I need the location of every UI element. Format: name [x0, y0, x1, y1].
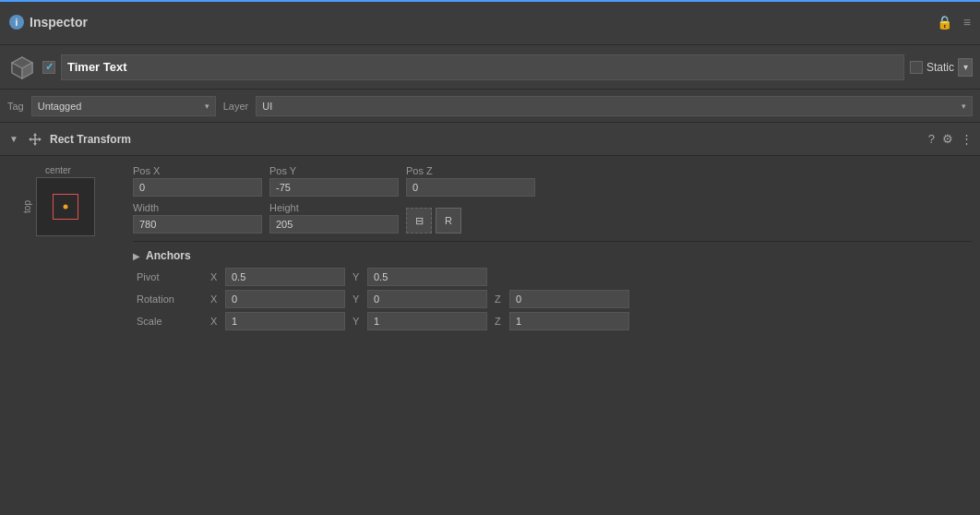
pivot-x-axis-label: X: [210, 271, 221, 282]
fields-area: Pos X Pos Y Pos Z Width: [133, 165, 973, 334]
pos-x-input[interactable]: [133, 178, 262, 197]
height-label: Height: [269, 202, 399, 213]
anchor-dot: [63, 205, 67, 210]
rotation-x-group: X: [210, 290, 345, 308]
tag-dropdown-arrow: ▾: [205, 102, 209, 111]
r-button-area: ⊟ R: [406, 208, 461, 234]
inspector-header: i Inspector 🔒 ≡: [0, 0, 980, 45]
anchors-section: ▶ Anchors Pivot X Y: [133, 241, 973, 330]
scale-y-axis-label: Y: [353, 316, 364, 327]
component-actions: ? ⚙ ⋮: [928, 132, 973, 146]
lock-icon[interactable]: 🔒: [937, 15, 952, 30]
blueprint-button[interactable]: ⊟: [406, 208, 432, 234]
svg-marker-9: [33, 143, 37, 146]
layer-label: Layer: [223, 101, 249, 112]
gameobject-name-input[interactable]: [61, 54, 904, 80]
scale-z-axis-label: Z: [495, 316, 506, 327]
height-group: Height: [269, 202, 399, 234]
info-icon: i: [9, 15, 24, 30]
anchor-top-label: center: [45, 165, 71, 175]
gameobject-cube-icon: [7, 53, 37, 82]
pivot-y-axis-label: Y: [353, 271, 364, 282]
wh-row: Width Height ⊟ R: [133, 202, 973, 234]
tag-label: Tag: [7, 101, 24, 112]
pivot-x-group: X: [210, 268, 345, 286]
pos-x-label: Pos X: [133, 165, 262, 176]
rotation-label: Rotation: [137, 293, 210, 305]
svg-marker-10: [29, 138, 31, 141]
rect-transform-header: ▼ Rect Transform ? ⚙ ⋮: [0, 123, 980, 156]
static-dropdown-button[interactable]: ▾: [958, 58, 973, 77]
pivot-x-input[interactable]: [225, 268, 345, 286]
pos-z-group: Pos Z: [406, 165, 535, 197]
scale-row: Scale X Y Z: [133, 312, 973, 330]
pos-y-label: Pos Y: [269, 165, 399, 176]
menu-icon[interactable]: ≡: [963, 15, 971, 30]
cube-svg: [9, 54, 35, 80]
more-button[interactable]: ⋮: [961, 132, 973, 146]
svg-marker-8: [33, 133, 37, 136]
rotation-x-axis-label: X: [210, 293, 221, 305]
tag-layer-row: Tag Untagged ▾ Layer UI ▾: [0, 90, 980, 123]
pos-x-group: Pos X: [133, 165, 262, 197]
scale-y-group: Y: [353, 312, 487, 330]
gameobject-active-checkbox[interactable]: ✓: [42, 61, 55, 74]
rotation-y-group: Y: [353, 290, 487, 308]
pos-z-input[interactable]: [406, 178, 535, 197]
static-container: Static ▾: [910, 58, 973, 77]
width-group: Width: [133, 202, 262, 234]
gameobject-row: ✓ Static ▾: [0, 45, 980, 90]
rect-transform-title: Rect Transform: [50, 133, 921, 146]
scale-x-group: X: [210, 312, 345, 330]
pos-y-group: Pos Y: [269, 165, 399, 197]
scale-z-input[interactable]: [509, 312, 629, 330]
layer-dropdown[interactable]: UI ▾: [256, 96, 973, 116]
rotation-y-input[interactable]: [367, 290, 487, 308]
scale-label: Scale: [137, 316, 210, 327]
width-input[interactable]: [133, 215, 262, 234]
anchor-box[interactable]: [36, 177, 95, 236]
rotation-z-axis-label: Z: [495, 293, 506, 305]
pos-y-input[interactable]: [269, 178, 399, 197]
pos-row: Pos X Pos Y Pos Z: [133, 165, 973, 197]
anchor-visual-row: top: [22, 177, 95, 236]
rotation-x-input[interactable]: [225, 290, 345, 308]
anchors-collapse-button[interactable]: ▶: [133, 251, 140, 261]
width-label: Width: [133, 202, 262, 213]
r-button[interactable]: R: [436, 208, 461, 234]
anchors-title: Anchors: [146, 249, 191, 262]
settings-button[interactable]: ⚙: [942, 132, 953, 146]
collapse-button[interactable]: ▼: [7, 133, 20, 146]
anchors-row: ▶ Anchors: [133, 249, 973, 262]
checkbox-check: ✓: [45, 61, 54, 73]
scale-x-input[interactable]: [225, 312, 345, 330]
static-label: Static: [926, 61, 954, 74]
inspector-panel: i Inspector 🔒 ≡ ✓ Static: [0, 0, 980, 515]
pivot-y-input[interactable]: [367, 268, 487, 286]
pivot-row: Pivot X Y: [133, 268, 973, 286]
static-checkbox[interactable]: [910, 61, 923, 74]
anchor-widget: center top: [7, 165, 109, 236]
scale-z-group: Z: [495, 312, 629, 330]
height-input[interactable]: [269, 215, 399, 234]
rect-transform-content: center top Pos X: [7, 165, 973, 334]
svg-marker-11: [39, 138, 42, 141]
pivot-label: Pivot: [137, 271, 210, 282]
rotation-z-group: Z: [495, 290, 629, 308]
pos-z-label: Pos Z: [406, 165, 535, 176]
scale-x-axis-label: X: [210, 316, 221, 327]
help-button[interactable]: ?: [928, 132, 935, 146]
rotation-row: Rotation X Y Z: [133, 290, 973, 308]
rect-transform-body: center top Pos X: [0, 156, 980, 343]
pivot-y-group: Y: [353, 268, 487, 286]
tag-dropdown[interactable]: Untagged ▾: [31, 96, 216, 116]
rect-transform-icon: [28, 132, 42, 147]
inspector-title: Inspector: [30, 15, 931, 30]
rotation-z-input[interactable]: [509, 290, 629, 308]
anchor-side-label: top: [22, 200, 32, 213]
rotation-y-axis-label: Y: [353, 293, 364, 305]
layer-dropdown-arrow: ▾: [962, 102, 966, 111]
scale-y-input[interactable]: [367, 312, 487, 330]
